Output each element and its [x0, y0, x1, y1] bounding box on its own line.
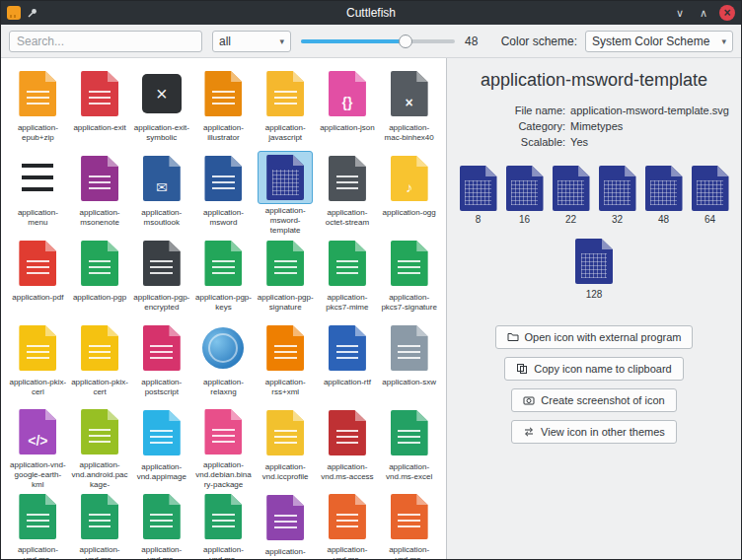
icon-grid-item[interactable]: application-vnd.ms-excel.addin.m [7, 490, 69, 559]
icon-art [10, 490, 65, 543]
category-dropdown[interactable]: all ▾ [212, 31, 291, 52]
size-number: 64 [705, 214, 715, 225]
size-previews: 8 16 22 32 48 [460, 166, 729, 225]
icon-grid-item[interactable]: application-vnd.android.package- [69, 405, 131, 489]
icon-glyph [143, 343, 181, 371]
icon-art [258, 405, 313, 460]
icon-grid-item[interactable]: application-vnd.ms-powerpoint.a [378, 490, 440, 559]
minimize-button[interactable]: ∨ [672, 5, 688, 21]
icon-grid-item[interactable]: application-pgp-keys [192, 236, 255, 319]
icon-glyph [391, 258, 428, 286]
icon-art: </> [10, 405, 65, 458]
view-other-themes-button[interactable]: View icon in other themes [511, 420, 677, 444]
icon-grid-item[interactable]: ♪ application-ogg [378, 151, 440, 235]
icon-art [382, 320, 437, 376]
icon-label: application-vnd.android.package- [71, 460, 128, 489]
search-input[interactable] [9, 31, 202, 52]
icon-glyph [266, 428, 304, 455]
icon-grid-item[interactable]: application-msword [192, 151, 255, 235]
icon-grid-item[interactable]: ✉ application-msoutlook [130, 151, 192, 235]
icon-art [72, 320, 127, 376]
icon-grid-item[interactable]: application-menu [7, 151, 69, 235]
icon-grid-item[interactable]: application-vnd.appimage [130, 405, 192, 489]
icon-label: application-vnd.ms-excel.sheet.m [133, 545, 190, 559]
icon-grid-item[interactable]: application-rss+xml [255, 320, 317, 404]
icon-grid-item[interactable]: application-vnd.debian.binary-package [192, 405, 255, 489]
icon-label: application-vnd.iccprofile [257, 462, 314, 482]
icon-grid-item[interactable]: application-vnd.ms-excel.sheet.bi [69, 490, 131, 559]
icon-grid-item[interactable]: application-vnd.ms-access [317, 405, 379, 489]
icon-label: application-pgp [71, 293, 128, 303]
icon-grid-item[interactable]: application-octet-stream [317, 151, 379, 235]
icon-grid-item[interactable]: application-rtf [317, 320, 379, 404]
icon-label: application-postscript [133, 378, 190, 397]
icon-grid-item[interactable]: </> application-vnd-google-earth-kml [7, 405, 69, 489]
icon-art: ✉ [134, 151, 189, 206]
icon-grid-item[interactable]: × application-mac-binhex40 [378, 66, 440, 150]
size-number: 8 [476, 214, 482, 225]
pin-icon[interactable] [27, 7, 38, 19]
icon-grid-item[interactable]: application-postscript [130, 320, 192, 404]
size-number: 48 [658, 214, 669, 225]
icon-grid-item[interactable]: application-pkcs7-mime [317, 236, 379, 319]
maximize-button[interactable]: ∧ [696, 5, 711, 21]
icon-grid-item[interactable]: application-msword-template [255, 151, 317, 235]
icon-label: application-pkcs7-signature [381, 293, 438, 313]
icon-glyph: </> [19, 427, 56, 455]
icon-grid-item[interactable]: application-vnd.ms-excel.templat [192, 490, 255, 559]
icon-grid-item[interactable]: application-pdf [7, 236, 69, 319]
icon-label: application-rtf [319, 378, 376, 387]
icon-glyph: ✉ [143, 174, 181, 201]
folder-open-icon [507, 331, 519, 343]
icon-grid-item[interactable]: application-pgp-signature [255, 236, 317, 319]
icon-art [195, 490, 251, 543]
open-external-button[interactable]: Open icon with external program [495, 325, 694, 349]
icon-label: application-relaxng [194, 378, 252, 397]
icon-grid-item[interactable]: application-msonenote [69, 151, 131, 235]
icon-grid-item[interactable]: application-pgp-encrypted [130, 236, 192, 319]
icon-grid-item[interactable]: application-pkix-cerl [7, 320, 69, 404]
icon-grid-item[interactable]: application-illustrator [192, 66, 255, 150]
icon-grid-item[interactable]: application-vnd.ms-excel.sheet.m [130, 490, 192, 559]
icon-grid-item[interactable]: × application-exit-symbolic [130, 66, 192, 150]
icon-label: application-vnd.ms-excel.templat [194, 545, 252, 559]
icon-grid-item[interactable]: application-vnd.iccprofile [255, 405, 317, 489]
icon-label: application-rss+xml [257, 378, 314, 397]
icon-label: application-vnd.ms-excel [381, 462, 438, 482]
icon-grid-item[interactable]: application-pkix-cert [69, 320, 131, 404]
icon-art [134, 490, 189, 543]
scalable-label: Scalable: [459, 136, 565, 148]
icon-grid-item[interactable]: application-relaxng [192, 320, 255, 404]
color-scheme-dropdown[interactable]: System Color Scheme ▾ [585, 31, 733, 52]
file-name-label: File name: [459, 105, 565, 116]
icon-grid-item[interactable]: application-pkcs7-signature [378, 236, 440, 319]
icon-glyph [19, 343, 56, 371]
icon-grid-item[interactable]: application-vnd.ms-excel [378, 405, 440, 489]
icon-grid-item[interactable]: application-exit [69, 66, 131, 150]
icon-glyph [204, 258, 242, 286]
icon-grid-item[interactable]: application-javascript [255, 66, 317, 150]
icon-glyph [81, 512, 118, 539]
icon-glyph [204, 89, 242, 116]
close-button[interactable]: × [719, 5, 735, 21]
icon-grid-item[interactable]: application-pgp [69, 236, 131, 319]
slider-handle[interactable] [399, 35, 412, 48]
icon-grid-item[interactable]: {} application-json [317, 66, 379, 150]
button-label: Open icon with external program [525, 331, 682, 343]
icon-grid-item[interactable]: application-vnd.ms-powerpoint [317, 490, 379, 559]
copy-name-button[interactable]: Copy icon name to clipboard [504, 357, 683, 381]
icon-art [10, 66, 65, 121]
icon-glyph [391, 428, 428, 455]
window-title: Cuttlefish [1, 6, 741, 20]
icon-label: application-msoutlook [133, 208, 190, 228]
icon-size-slider[interactable] [301, 34, 455, 49]
icon-glyph [143, 428, 181, 455]
icon-label: application-pgp-encrypted [133, 293, 190, 313]
icon-grid-item[interactable]: application-sxw [378, 320, 440, 404]
screenshot-button[interactable]: Create screenshot of icon [511, 388, 676, 412]
icon-art [320, 320, 375, 376]
icon-glyph [329, 343, 366, 371]
icon-grid-item[interactable]: application-epub+zip [7, 66, 69, 150]
icon-grid-item[interactable]: application-vnd.ms-infopath [255, 490, 317, 559]
icon-preview [506, 166, 544, 211]
